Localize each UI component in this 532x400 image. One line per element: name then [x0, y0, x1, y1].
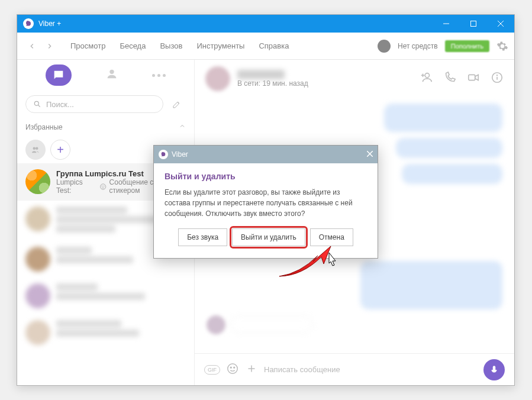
cursor-icon	[324, 251, 340, 270]
dialog-titlebar: Viber	[154, 146, 378, 163]
dialog-title: Viber	[172, 150, 188, 159]
dialog-body-text: Если вы удалите этот разговор, вы также …	[165, 187, 367, 219]
mute-button[interactable]: Без звука	[178, 228, 227, 246]
viber-logo-icon	[159, 150, 168, 159]
dialog-overlay: Viber Выйти и удалить Если вы удалите эт…	[17, 15, 514, 385]
app-window: Viber + Просмотр Беседа Вызов Инструмент…	[17, 14, 515, 386]
dialog-close-button[interactable]	[367, 150, 373, 159]
confirm-dialog: Viber Выйти и удалить Если вы удалите эт…	[153, 145, 378, 259]
dialog-heading: Выйти и удалить	[165, 172, 367, 181]
